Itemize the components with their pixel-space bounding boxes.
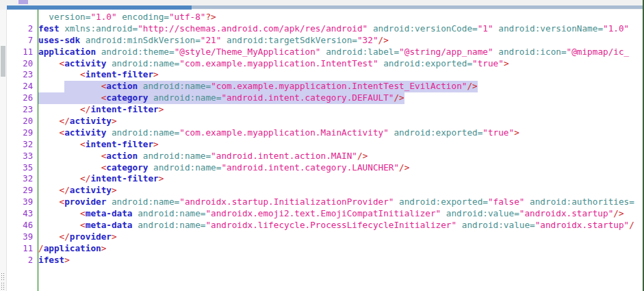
line-number[interactable]: 24 [7, 81, 38, 92]
code-token: "androidx.startup" [535, 220, 630, 230]
code-token: android:name= [153, 162, 221, 173]
code-token: android:exported= [399, 197, 488, 207]
code-token [394, 197, 399, 207]
line-number[interactable]: 29 [7, 185, 38, 197]
code-line[interactable]: <intent-filter> [38, 69, 643, 81]
line-number[interactable]: 32 [7, 139, 38, 151]
code-token: fest [38, 23, 60, 34]
code-token: </ [80, 104, 90, 114]
code-token [38, 12, 49, 22]
line-number[interactable]: 39 [7, 197, 38, 208]
code-line[interactable]: <action android:name="com.example.myappl… [38, 81, 643, 92]
line-number[interactable]: 11 [7, 47, 38, 58]
code-line[interactable]: application android:theme="@style/Theme_… [38, 47, 643, 58]
code-token: /> [467, 81, 477, 91]
line-number[interactable]: 11 [7, 243, 38, 255]
selection-highlight: <category android:name="android.intent.c… [38, 92, 404, 104]
code-token [441, 208, 446, 218]
code-line[interactable]: <category android:name="android.intent.c… [38, 162, 643, 174]
code-token: "1.0" [603, 23, 629, 34]
code-token: activity [64, 127, 106, 138]
code-line[interactable]: </intent-filter> [38, 173, 643, 185]
code-line[interactable]: version="1.0" encoding="utf-8"?> [38, 12, 643, 23]
line-number[interactable]: 7 [7, 35, 38, 47]
code-token: activity [70, 185, 112, 195]
code-line[interactable]: <intent-filter> [38, 139, 643, 151]
code-token: android:name= [112, 58, 179, 68]
code-token: /> [394, 92, 404, 103]
line-number[interactable]: 26 [7, 92, 38, 104]
code-area[interactable]: version="1.0" encoding="utf-8"?>fest xml… [38, 10, 643, 291]
code-line[interactable]: </provider> [38, 231, 643, 243]
line-number[interactable]: 39 [7, 231, 38, 243]
code-token: "androidx.startup" [519, 208, 614, 218]
code-line[interactable]: <category android:name="android.intent.c… [38, 92, 643, 104]
code-token: < [80, 208, 86, 218]
code-token: /> [613, 208, 623, 218]
line-number[interactable]: 20 [7, 58, 38, 70]
code-token: /> [357, 151, 368, 161]
code-line[interactable]: uses-sdk android:minSdkVersion="21" andr… [38, 35, 643, 47]
code-token: android:exported= [394, 127, 482, 138]
code-token [38, 231, 60, 242]
code-token [38, 92, 101, 103]
code-line[interactable]: fest xmlns:android="http://schemas.andro… [38, 23, 643, 35]
line-number[interactable]: 2 [7, 255, 38, 266]
line-number[interactable]: 46 [7, 220, 38, 231]
code-token [38, 81, 64, 91]
line-number[interactable] [7, 12, 38, 23]
code-token [133, 220, 138, 230]
code-token [138, 151, 143, 161]
code-token: android:name= [112, 197, 179, 207]
editor-area: 271120232426232029323335322939434639112 … [0, 10, 643, 291]
line-number[interactable]: 20 [7, 116, 38, 127]
code-token: android:icon= [498, 47, 566, 57]
line-number[interactable]: 29 [7, 127, 38, 139]
code-token [133, 208, 138, 218]
left-rail-thumb[interactable] [1, 46, 5, 77]
line-number[interactable]: 2 [7, 23, 38, 35]
code-token: "android.intent.action.MAIN" [211, 151, 357, 161]
code-token: </ [60, 185, 70, 195]
code-line[interactable]: </intent-filter> [38, 104, 643, 116]
code-line[interactable]: </activity> [38, 185, 643, 197]
code-line[interactable]: <provider android:name="androidx.startup… [38, 197, 643, 208]
code-token: < [80, 220, 86, 230]
line-number[interactable]: 23 [7, 69, 38, 81]
code-token [38, 185, 60, 195]
code-token: action [106, 151, 138, 161]
code-line[interactable]: <meta-data android:name="androidx.emoji2… [38, 208, 643, 220]
line-number[interactable]: 43 [7, 208, 38, 220]
code-token: "android.intent.category.LAUNCHER" [221, 162, 399, 173]
code-line[interactable]: </activity> [38, 116, 643, 127]
code-token: "@mipmap/ic_ [567, 47, 630, 57]
code-token: android:minSdkVersion= [86, 35, 201, 45]
code-line[interactable]: <meta-data android:name="androidx.lifecy… [38, 220, 643, 231]
code-line[interactable]: ifest> [38, 255, 643, 266]
line-number[interactable]: 33 [7, 151, 38, 162]
code-token: android:value= [462, 220, 535, 230]
code-token: "com.example.myapplication.IntentTest" [179, 58, 378, 68]
code-token [38, 220, 80, 230]
line-number[interactable]: 35 [7, 162, 38, 174]
code-token: "androidx.emoji2.text.EmojiCompatInitial… [205, 208, 441, 218]
code-line[interactable]: /application> [38, 243, 643, 255]
line-number[interactable]: 32 [7, 173, 38, 185]
code-token: android:value= [446, 208, 519, 218]
line-number[interactable]: 23 [7, 104, 38, 116]
code-line[interactable]: <activity android:name="com.example.myap… [38, 127, 643, 139]
line-number-gutter: 271120232426232029323335322939434639112 [7, 10, 38, 291]
left-rail[interactable] [0, 10, 7, 291]
code-token [64, 81, 101, 91]
code-line[interactable]: <action android:name="android.intent.act… [38, 151, 643, 162]
code-token: < [80, 69, 86, 79]
code-token: "true" [482, 127, 514, 138]
code-token: application [38, 47, 96, 57]
code-line[interactable]: <activity android:name="com.example.myap… [38, 58, 643, 70]
code-token: > [112, 116, 117, 126]
code-token: "1" [478, 23, 493, 34]
code-token: android:authorities= [530, 197, 634, 207]
code-token [221, 35, 227, 45]
code-token [368, 23, 373, 34]
code-token [148, 92, 153, 103]
